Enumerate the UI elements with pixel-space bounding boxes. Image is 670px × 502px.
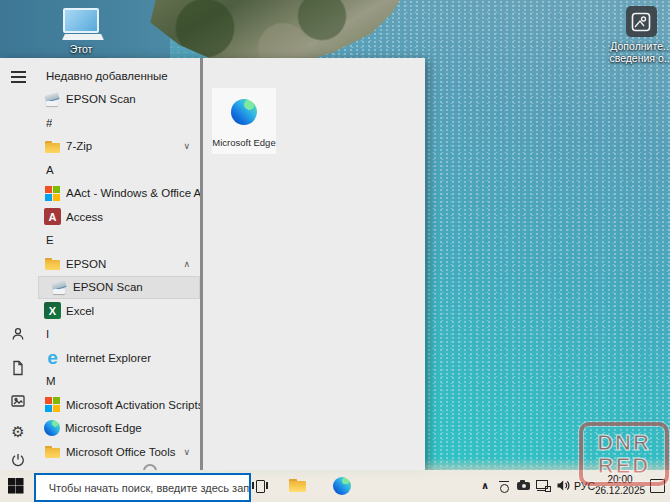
desktop-icon-label: Этот [38,43,124,55]
edge-taskbar-icon[interactable] [333,477,351,495]
folder-icon [44,255,61,272]
chevron-down-icon[interactable]: ∨ [183,141,190,151]
app-list-item[interactable]: Microsoft Edge [36,417,200,441]
scanner-icon [44,91,61,108]
desktop-icon-label: сведения о... [598,52,670,64]
clock-time: 20:00 [607,474,632,485]
app-label: # [46,117,52,129]
user-account-icon[interactable] [9,325,27,343]
language-indicator[interactable]: РУС [574,479,595,493]
app-list-section-header[interactable]: E [36,229,200,253]
app-list-section-header[interactable]: Недавно добавленные [36,64,200,88]
tray-volume-icon[interactable] [556,479,571,492]
app-label: EPSON Scan [66,93,136,105]
edge-icon [231,99,257,125]
app-list-item[interactable]: Excel [36,299,200,323]
app-label: AAct - Windows & Office Activator [66,187,200,199]
app-label: Internet Explorer [66,352,151,364]
tray-network-icon[interactable] [536,480,551,492]
app-list: Недавно добавленныеEPSON Scan#7-Zip∨AAAc… [36,64,200,464]
app-list-section-header[interactable]: A [36,158,200,182]
start-menu: ⚙ Недавно добавленныеEPSON Scan#7-Zip∨AA… [0,58,425,470]
hamburger-menu-icon[interactable] [9,68,27,86]
desktop-icon-image-file[interactable]: Дополните... сведения о... [598,6,670,64]
app-label: Microsoft Activation Scripts [66,399,200,411]
app-list-scrollbar[interactable] [200,58,203,470]
app-label: E [46,234,54,246]
app-label: A [46,164,54,176]
tile-label: Microsoft Edge [212,137,275,148]
file-explorer-icon[interactable] [289,477,307,494]
app-label: Access [66,211,103,223]
search-placeholder-text: Чтобы начать поиск, введите здесь зап [49,482,250,494]
app-label: Microsoft Office Tools [66,446,176,458]
documents-icon[interactable] [9,359,27,377]
search-input[interactable]: Чтобы начать поиск, введите здесь зап [34,473,251,502]
chevron-down-icon[interactable]: ∨ [183,447,190,457]
taskbar: Чтобы начать поиск, введите здесь зап ∧ [0,470,670,502]
app-list-item[interactable]: EPSON Scan [38,276,200,300]
app-label: Недавно добавленные [46,70,168,82]
start-button-windows-icon[interactable] [8,478,24,494]
app-label: I [46,328,49,340]
app-list-item[interactable]: Internet Explorer [36,346,200,370]
app-label: Microsoft Edge [65,422,142,434]
app-list-section-header[interactable]: I [36,323,200,347]
app-list-section-header[interactable]: # [36,111,200,135]
app-list-item[interactable]: AAct - Windows & Office Activator [36,182,200,206]
folder-icon [44,443,61,460]
settings-gear-icon[interactable]: ⚙ [9,422,27,440]
app-list-item[interactable]: Microsoft Office Tools∨ [36,440,200,464]
power-icon[interactable] [9,451,27,469]
app-label: 7-Zip [66,140,92,152]
excel-icon [44,302,61,319]
chevron-up-icon[interactable]: ∧ [183,259,190,269]
pictures-icon[interactable] [9,392,27,410]
ie-icon [44,349,61,366]
scanner-icon [51,279,68,296]
app-list-section-header[interactable]: M [36,370,200,394]
edge-icon [44,420,60,436]
clock[interactable]: 20:00 26.12.2025 [594,474,646,496]
tray-camera-icon[interactable] [517,481,531,491]
access-icon [44,208,61,225]
app-label: M [46,375,56,387]
action-center-icon[interactable] [650,479,665,493]
computer-icon [62,8,100,40]
desktop: Этот компьютер Дополните... сведения о..… [0,0,670,502]
app-list-item[interactable]: EPSON∧ [36,252,200,276]
tray-chevron-up-icon[interactable]: ∧ [479,478,491,492]
image-file-icon [626,6,657,37]
app-label: EPSON Scan [73,281,143,293]
folder-icon [44,138,61,155]
app-list-item[interactable]: Access [36,205,200,229]
app-label: EPSON [66,258,106,270]
tray-device-icon[interactable] [499,481,510,492]
clock-date: 26.12.2025 [595,485,645,496]
app-list-item[interactable]: EPSON Scan [36,88,200,112]
app-list-item[interactable]: Microsoft Activation Scripts [36,393,200,417]
mslogo-icon [45,397,60,412]
desktop-icon-label: Дополните... [598,40,670,52]
app-list-item[interactable]: 7-Zip∨ [36,135,200,159]
app-label: Excel [66,305,94,317]
tile-microsoft-edge[interactable]: Microsoft Edge [212,88,276,154]
task-view-icon[interactable] [252,479,268,492]
mslogo-icon [45,186,60,201]
